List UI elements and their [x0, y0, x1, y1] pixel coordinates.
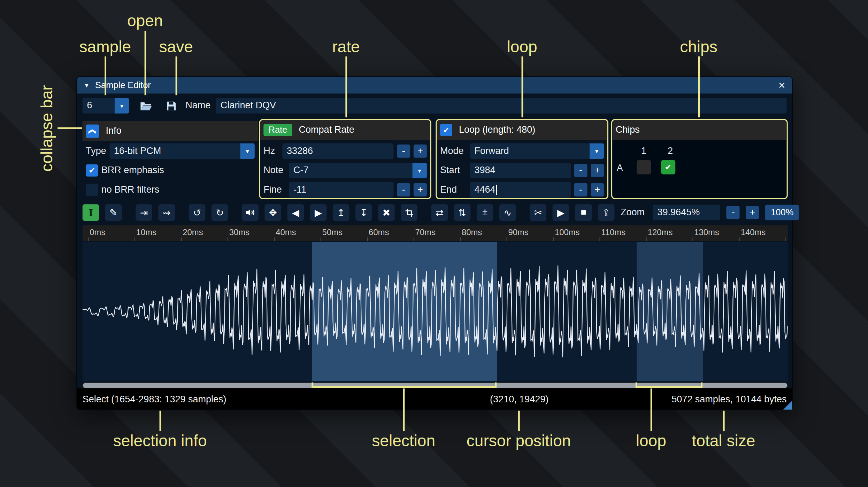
fine-decrement-button[interactable]: - — [397, 183, 410, 196]
name-input[interactable]: Clarinet DQV — [216, 98, 786, 113]
type-value: 16-bit PCM — [109, 143, 240, 159]
loop-enable-checkbox[interactable]: ✔ — [440, 124, 452, 136]
note-row: Note C-7 ▼ — [263, 163, 427, 178]
annotation-sample: sample — [79, 38, 131, 56]
loop-panel: ✔ Loop (length: 480) Mode Forward ▼ Star… — [436, 119, 608, 199]
sample-editor-window: ▼ Sample Editor ✕ 6 ▼ Name Clarinet DQV — [76, 76, 793, 410]
redo-button[interactable]: ↻ — [212, 204, 228, 221]
zoom-reset-button[interactable]: 100% — [765, 205, 799, 220]
annotation-loop-bottom: loop — [636, 432, 666, 450]
toolbar: I ✎ ⇥ ⇝ ↺ ↻ ✥ ◀ ▶ ↥ ↧ ✖ — [83, 203, 787, 222]
create-wavetable-button[interactable]: ⇪ — [598, 204, 615, 221]
brr-emphasis-row: ✔ BRR emphasis — [86, 163, 255, 178]
ibeam-cursor-icon: I — [89, 207, 93, 218]
normalize-button[interactable]: ✥ — [264, 204, 281, 221]
brr-emphasis-checkbox[interactable]: ✔ — [86, 164, 98, 177]
zoom-label: Zoom — [621, 207, 645, 218]
pencil-icon: ✎ — [109, 207, 117, 218]
type-select[interactable]: 16-bit PCM ▼ — [109, 143, 254, 159]
ruler-tick: 40ms — [274, 227, 296, 241]
hz-decrement-button[interactable]: - — [397, 145, 410, 158]
mode-row: Mode Forward ▼ — [440, 143, 604, 159]
sign-button[interactable]: ± — [477, 204, 493, 221]
ruler-tick: 110ms — [600, 227, 626, 241]
waveform-path — [83, 242, 788, 381]
preview-button[interactable]: ▶ — [553, 204, 569, 221]
check-icon: ✔ — [443, 126, 450, 134]
resample-button[interactable]: ⇝ — [158, 204, 175, 221]
text-caret — [496, 185, 497, 195]
loop-start-decrement-button[interactable]: - — [574, 164, 587, 177]
annotation-bracket-loop — [636, 382, 702, 388]
delete-button[interactable]: ✖ — [378, 204, 395, 221]
rate-panel: Rate Compat Rate Hz 33286 - + Note C-7 ▼… — [259, 119, 431, 199]
select-mode-button[interactable]: I — [83, 204, 99, 221]
mode-label: Mode — [440, 146, 467, 157]
rate-badge[interactable]: Rate — [263, 124, 292, 136]
loop-start-increment-button[interactable]: + — [591, 164, 604, 177]
annotation-loop: loop — [507, 38, 537, 56]
rate-panel-header: Rate Compat Rate — [260, 120, 430, 140]
ruler-tick: 150 — [785, 227, 788, 241]
fade-out-button[interactable]: ▶ — [310, 204, 327, 221]
chips-panel-header: Chips — [612, 120, 786, 140]
resize-grip[interactable] — [783, 401, 792, 409]
waveform-view[interactable] — [83, 242, 788, 381]
rate-header-label: Compat Rate — [299, 124, 354, 136]
insert-silence-button[interactable]: ↥ — [333, 204, 349, 221]
window-collapse-icon[interactable]: ▼ — [84, 82, 90, 88]
titlebar[interactable]: ▼ Sample Editor ✕ — [77, 77, 792, 94]
normalize-icon: ✥ — [269, 207, 277, 218]
resize-button[interactable]: ⇥ — [136, 204, 152, 221]
type-row: Type 16-bit PCM ▼ — [86, 143, 255, 159]
fade-in-button[interactable]: ◀ — [287, 204, 304, 221]
zoom-input[interactable]: 39.9645% — [653, 205, 721, 220]
loop-end-row: End 4464 - + — [440, 182, 604, 198]
amplify-button[interactable] — [242, 204, 259, 221]
chip-1-checkbox[interactable] — [637, 160, 651, 174]
ruler-tick: 0ms — [88, 227, 106, 241]
hz-input[interactable]: 33286 — [282, 143, 393, 159]
loop-end-input[interactable]: 4464 — [470, 182, 571, 198]
loop-end-increment-button[interactable]: + — [591, 183, 604, 196]
note-value: C-7 — [289, 163, 412, 178]
folder-open-icon — [139, 99, 152, 112]
undo-button[interactable]: ↺ — [189, 204, 206, 221]
loop-end-decrement-button[interactable]: - — [574, 183, 587, 196]
chip-2-checkbox[interactable]: ✔ — [661, 160, 675, 174]
window-title: Sample Editor — [95, 80, 151, 90]
sample-index-dropdown-arrow-icon: ▼ — [115, 98, 129, 113]
hz-increment-button[interactable]: + — [414, 145, 427, 158]
fine-input[interactable]: -11 — [289, 182, 393, 198]
annotation-line-loop — [521, 56, 523, 117]
open-button[interactable] — [138, 98, 153, 113]
no-brr-filters-checkbox[interactable] — [86, 184, 98, 196]
loop-start-input[interactable]: 3984 — [470, 163, 571, 178]
ruler-tick: 50ms — [321, 227, 343, 241]
annotation-line-total-size — [723, 411, 724, 431]
fine-increment-button[interactable]: + — [414, 183, 427, 196]
draw-mode-button[interactable]: ✎ — [105, 204, 122, 221]
floppy-disk-icon — [165, 100, 177, 111]
sign-icon: ± — [482, 207, 487, 218]
fine-row: Fine -11 - + — [263, 182, 427, 198]
info-collapse-button[interactable]: ❮ — [86, 124, 99, 138]
zoom-increment-button[interactable]: + — [746, 206, 759, 219]
loop-end-value: 4464 — [475, 184, 496, 195]
note-select[interactable]: C-7 ▼ — [289, 163, 427, 178]
reverse-button[interactable]: ⇄ — [431, 204, 448, 221]
stop-preview-button[interactable]: ■ — [575, 204, 592, 221]
mode-select[interactable]: Forward ▼ — [470, 143, 604, 159]
apply-silence-button[interactable]: ↧ — [355, 204, 372, 221]
ruler-tick: 60ms — [367, 227, 389, 241]
filter-button[interactable]: ∿ — [499, 204, 516, 221]
invert-button[interactable]: ⇅ — [454, 204, 471, 221]
zoom-decrement-button[interactable]: - — [727, 206, 740, 219]
crossfade-button[interactable]: ✂ — [530, 204, 546, 221]
sample-index-select[interactable]: 6 ▼ — [83, 98, 129, 113]
save-button[interactable] — [163, 98, 179, 113]
fade-out-icon: ▶ — [315, 207, 322, 218]
annotation-save: save — [159, 38, 193, 56]
trim-button[interactable] — [401, 204, 417, 221]
close-button[interactable]: ✕ — [778, 80, 785, 91]
